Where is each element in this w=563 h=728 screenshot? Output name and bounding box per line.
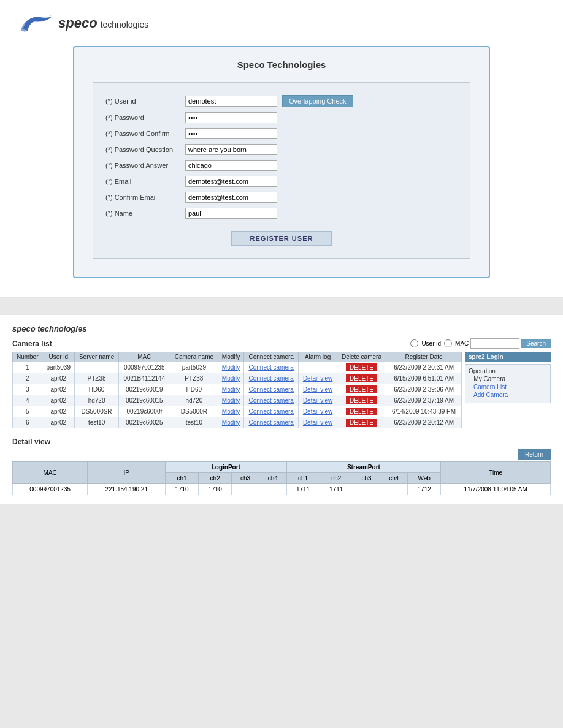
delete-button[interactable]: DELETE	[346, 408, 377, 415]
search-button[interactable]: Search	[521, 339, 551, 348]
detail-ip: 221.154.190.21	[88, 484, 166, 495]
return-button[interactable]: Return	[518, 449, 551, 460]
email-input[interactable]	[185, 176, 277, 187]
logo-bird-icon	[18, 12, 55, 34]
cell-mac: 00219c60025	[119, 417, 170, 428]
cell-alarm[interactable]: Detail view	[299, 373, 337, 384]
cell-modify[interactable]: Modify	[218, 384, 244, 395]
cell-connect[interactable]: Connect camera	[243, 373, 298, 384]
cell-modify[interactable]: Modify	[218, 406, 244, 417]
detail-stream-ch3: ch3	[353, 473, 380, 484]
search-input[interactable]	[470, 338, 519, 349]
overlap-check-button[interactable]: Overlapping Check	[282, 95, 353, 107]
cell-date: 6/23/2009 2:37:19 AM	[386, 395, 462, 406]
cell-camname: DS5000R	[170, 406, 218, 417]
cell-modify[interactable]: Modify	[218, 362, 244, 373]
bottom-section: speco technologies Camera list User id M…	[0, 315, 563, 504]
register-user-button[interactable]: REGISTER USER	[231, 231, 332, 246]
cell-delete[interactable]: DELETE	[337, 417, 386, 428]
register-btn-row: REGISTER USER	[105, 231, 458, 246]
name-input[interactable]	[185, 208, 277, 219]
email-label: (*) Email	[105, 178, 185, 185]
detail-time-val: 11/7/2008 11:04:05 AM	[441, 484, 551, 495]
name-row: (*) Name	[105, 208, 458, 219]
cell-connect[interactable]: Connect camera	[243, 406, 298, 417]
table-row: 1 part5039 000997001235 part5039 Modify …	[13, 362, 462, 373]
cell-connect[interactable]: Connect camera	[243, 362, 298, 373]
detail-stream-port-header: StreamPort	[286, 462, 441, 473]
detail-mac: 000997001235	[13, 484, 88, 495]
add-camera-link[interactable]: Add Camera	[473, 392, 547, 398]
password-label: (*) Password	[105, 114, 185, 121]
cell-alarm[interactable]: Detail view	[299, 384, 337, 395]
detail-table-row: 000997001235 221.154.190.21 1710 1710 17…	[13, 484, 551, 495]
password-question-input[interactable]	[185, 144, 277, 155]
password-confirm-row: (*) Password Confirm	[105, 128, 458, 139]
table-row: 4 apr02 hd720 00219c60015 hd720 Modify C…	[13, 395, 462, 406]
registration-form-container: Speco Technologies (*) User id Overlappi…	[73, 46, 490, 278]
search-area: User id MAC Search	[409, 338, 551, 349]
cell-alarm[interactable]: Detail view	[299, 417, 337, 428]
userid-input[interactable]	[185, 96, 277, 107]
cell-num: 6	[13, 417, 42, 428]
delete-button[interactable]: DELETE	[346, 396, 377, 404]
confirm-email-input[interactable]	[185, 192, 277, 203]
detail-stream-ch3-val	[353, 484, 380, 495]
camera-table: Number User id Server name MAC Camera na…	[12, 352, 462, 428]
userid-label: (*) User id	[105, 97, 185, 105]
cell-delete[interactable]: DELETE	[337, 373, 386, 384]
cell-connect[interactable]: Connect camera	[243, 417, 298, 428]
cell-delete[interactable]: DELETE	[337, 406, 386, 417]
speco-small-brand: speco technologies	[12, 324, 86, 333]
detail-login-ch4: ch4	[259, 473, 286, 484]
cell-date: 6/14/2009 10:43:39 PM	[386, 406, 462, 417]
cell-num: 5	[13, 406, 42, 417]
password-answer-input[interactable]	[185, 160, 277, 171]
delete-button[interactable]: DELETE	[346, 363, 377, 371]
delete-button[interactable]: DELETE	[346, 374, 377, 382]
delete-button[interactable]: DELETE	[346, 419, 377, 427]
search-mac-radio[interactable]	[444, 339, 452, 347]
search-userid-radio[interactable]	[410, 339, 418, 347]
form-inner: (*) User id Overlapping Check (*) Passwo…	[93, 82, 470, 259]
detail-login-ch2: ch2	[199, 473, 232, 484]
cell-userid: apr02	[42, 417, 75, 428]
col-modify: Modify	[218, 352, 244, 362]
cell-date: 6/23/2009 2:20:31 AM	[386, 362, 462, 373]
cell-connect[interactable]: Connect camera	[243, 395, 298, 406]
password-input[interactable]	[185, 112, 277, 123]
camera-table-wrapper: Number User id Server name MAC Camera na…	[12, 352, 551, 428]
cell-alarm[interactable]	[299, 362, 337, 373]
return-btn-row: Return	[12, 449, 551, 460]
search-mac-label: MAC	[455, 340, 469, 347]
cell-mac: 00219c60015	[119, 395, 170, 406]
operation-label: Operation	[469, 368, 496, 374]
camera-list-link-item[interactable]: Camera List	[469, 384, 547, 390]
cell-mac: 000997001235	[119, 362, 170, 373]
detail-table: MAC IP LoginPort StreamPort Time ch1 ch2…	[12, 461, 551, 495]
table-row: 3 apr02 HD60 00219c60019 HD60 Modify Con…	[13, 384, 462, 395]
cell-modify[interactable]: Modify	[218, 417, 244, 428]
cell-delete[interactable]: DELETE	[337, 395, 386, 406]
cell-delete[interactable]: DELETE	[337, 384, 386, 395]
cell-server: test10	[75, 417, 119, 428]
password-confirm-input[interactable]	[185, 128, 277, 139]
cell-alarm[interactable]: Detail view	[299, 395, 337, 406]
detail-stream-ch2: ch2	[320, 473, 353, 484]
cell-num: 3	[13, 384, 42, 395]
my-camera-item: My Camera	[469, 376, 547, 382]
col-server: Server name	[75, 352, 119, 362]
cell-delete[interactable]: DELETE	[337, 362, 386, 373]
cell-modify[interactable]: Modify	[218, 373, 244, 384]
cell-server: HD60	[75, 384, 119, 395]
password-confirm-label: (*) Password Confirm	[105, 130, 185, 137]
cell-alarm[interactable]: Detail view	[299, 406, 337, 417]
delete-button[interactable]: DELETE	[346, 385, 377, 393]
camera-list-link[interactable]: Camera List	[473, 384, 547, 390]
cell-camname: part5039	[170, 362, 218, 373]
cell-connect[interactable]: Connect camera	[243, 384, 298, 395]
cell-modify[interactable]: Modify	[218, 395, 244, 406]
cell-userid: part5039	[42, 362, 75, 373]
cell-server: PTZ38	[75, 373, 119, 384]
add-camera-link-item[interactable]: Add Camera	[469, 392, 547, 398]
